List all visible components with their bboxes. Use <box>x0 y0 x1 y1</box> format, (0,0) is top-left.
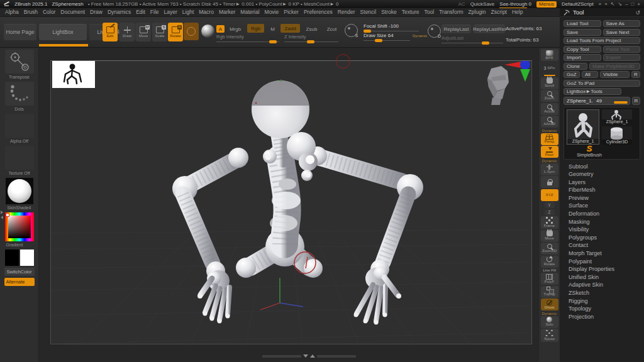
quicksave-button[interactable]: QuickSave <box>470 1 495 7</box>
edit-button[interactable]: Edit <box>103 23 118 41</box>
minimize-icon[interactable]: – <box>625 1 628 7</box>
alpha-item[interactable]: Alpha Off <box>5 114 34 144</box>
goz-all-button[interactable]: All <box>582 71 598 78</box>
menu-layer[interactable]: Layer <box>162 8 180 16</box>
section-surface[interactable]: Surface <box>569 202 640 210</box>
dock-left-icon[interactable]: « <box>599 1 601 7</box>
current-tool-slider[interactable]: ZSphere_1. 49 <box>564 97 630 105</box>
dock-right-icon[interactable]: » <box>604 1 607 7</box>
color-picker[interactable] <box>5 212 34 241</box>
switch-color-button[interactable]: SwitchColor <box>4 268 35 276</box>
adjust-last-slider[interactable]: AdjustLast <box>441 36 503 43</box>
document-viewport[interactable] <box>50 60 532 344</box>
alternate-button[interactable]: Alternate <box>4 278 35 286</box>
section-fibermesh[interactable]: FiberMesh <box>569 186 640 194</box>
canvas-area[interactable] <box>39 48 538 362</box>
home-page-button[interactable]: Home Page <box>4 24 36 40</box>
rotate-button[interactable]: R Rotate <box>168 23 183 41</box>
simplebrush-tool[interactable]: S SimpleBrush <box>570 145 608 157</box>
move-button[interactable]: M Move <box>136 23 151 41</box>
focal-shift-slider[interactable]: Focal Shift -100 <box>364 24 419 31</box>
menu-zplugin[interactable]: Zplugin <box>466 8 489 16</box>
tool-slider-r-button[interactable]: R <box>632 97 640 105</box>
z-intensity-slider[interactable]: Z Intensity <box>284 35 338 42</box>
bottom-tray-handle[interactable] <box>262 354 356 358</box>
clone-button[interactable]: Clone <box>564 63 587 70</box>
default-zscript-button[interactable]: DefaultZScript <box>562 1 594 7</box>
gradient-material-button[interactable] <box>184 23 199 40</box>
menu-material[interactable]: Material <box>238 8 262 16</box>
see-through-slider[interactable]: See-through 0 <box>499 1 531 7</box>
load-tools-from-project-button[interactable]: Load Tools From Project <box>564 37 640 44</box>
menu-tool[interactable]: Tool <box>422 8 437 16</box>
section-geometry[interactable]: Geometry <box>569 170 640 178</box>
menu-file[interactable]: File <box>148 8 162 16</box>
save-as-button[interactable]: Save As <box>603 20 641 27</box>
menu-transform[interactable]: Transform <box>436 8 465 16</box>
stroke-item[interactable]: Dots <box>5 82 34 112</box>
popout-icon[interactable]: ↖ <box>611 1 615 7</box>
current-material-sphere[interactable] <box>201 25 214 38</box>
menu-light[interactable]: Light <box>180 8 196 16</box>
section-subtool[interactable]: Subtool <box>569 163 640 171</box>
left-tray-handle[interactable] <box>1 211 3 219</box>
menu-preferences[interactable]: Preferences <box>301 8 335 16</box>
section-preview[interactable]: Preview <box>569 194 640 202</box>
replay-last-button[interactable]: ReplayLast <box>441 25 471 33</box>
mrgb-button[interactable]: Mrgb <box>226 25 244 33</box>
menu-help[interactable]: Help <box>509 8 525 16</box>
section-zsketch[interactable]: ZSketch <box>569 289 640 297</box>
alpha-type-icon[interactable]: D <box>428 25 441 38</box>
menu-macro[interactable]: Macro <box>196 8 216 16</box>
tray-bar-left[interactable] <box>262 355 301 358</box>
goz-visible-button[interactable]: Visible <box>600 71 630 78</box>
menus-button[interactable]: Menus <box>536 1 557 8</box>
rgb-button[interactable]: Rgb <box>247 24 264 33</box>
texture-item[interactable]: Texture Off <box>5 146 34 176</box>
menu-brush[interactable]: Brush <box>21 8 40 16</box>
section-projection[interactable]: Projection <box>569 313 640 321</box>
zcut-button[interactable]: Zcut <box>323 25 340 33</box>
m-button[interactable]: M <box>268 25 277 33</box>
menu-texture[interactable]: Texture <box>399 8 422 16</box>
restore-icon[interactable]: □ <box>631 1 634 7</box>
rgb-intensity-slider[interactable]: Rgb Intensity <box>216 35 279 42</box>
save-button[interactable]: Save <box>564 29 601 36</box>
draw-button[interactable]: Draw <box>119 23 135 41</box>
stroke-type-icon[interactable]: S <box>345 24 358 37</box>
copy-tool-button[interactable]: Copy Tool <box>564 46 601 53</box>
menu-dynamics[interactable]: Dynamics <box>105 8 133 16</box>
menu-color[interactable]: Color <box>40 8 58 16</box>
section-rigging[interactable]: Rigging <box>569 297 640 305</box>
menu-zscript[interactable]: Zscript <box>488 8 509 16</box>
menu-alpha[interactable]: Alpha <box>3 8 21 16</box>
section-display-properties[interactable]: Display Properties <box>569 265 640 273</box>
menu-edit[interactable]: Edit <box>133 8 148 16</box>
tool-slider-handle[interactable] <box>614 101 628 104</box>
section-polygroups[interactable]: Polygroups <box>569 234 640 242</box>
goz-button[interactable]: GoZ <box>564 71 580 78</box>
section-deformation[interactable]: Deformation <box>569 210 640 218</box>
load-tool-button[interactable]: Load Tool <box>564 20 601 27</box>
menu-stroke[interactable]: Stroke <box>379 8 399 16</box>
material-item[interactable]: SkinShade4 <box>6 178 33 211</box>
restore-config-icon[interactable]: ↺ <box>635 9 640 16</box>
menu-picker[interactable]: Picker <box>281 8 301 16</box>
scale-button[interactable]: S Scale <box>152 23 167 41</box>
draw-size-slider[interactable]: Draw Size 64 <box>364 33 410 41</box>
color-selector[interactable] <box>6 213 9 217</box>
zadd-button[interactable]: Zadd <box>280 24 300 33</box>
alpha-channel-button[interactable]: A <box>216 25 225 33</box>
goz-to-ipad-button[interactable]: GoZ To iPad <box>564 80 640 87</box>
section-contact[interactable]: Contact <box>569 241 640 250</box>
goz-r-button[interactable]: R <box>631 71 640 78</box>
section-unified-skin[interactable]: Unified Skin <box>569 273 640 282</box>
secondary-color-swatch[interactable] <box>20 250 34 266</box>
color-picker-item[interactable]: Gradient <box>5 212 34 248</box>
menu-render[interactable]: Render <box>335 8 358 16</box>
cylinder-tool-thumbnail[interactable]: Cylinder3D <box>602 126 632 145</box>
zsub-button[interactable]: Zsub <box>303 25 320 33</box>
transpose-item[interactable]: Transpose <box>5 50 34 80</box>
main-color-swatch[interactable] <box>5 250 19 266</box>
recent-tool-thumbnail[interactable]: ZSphere_1 <box>602 109 632 124</box>
